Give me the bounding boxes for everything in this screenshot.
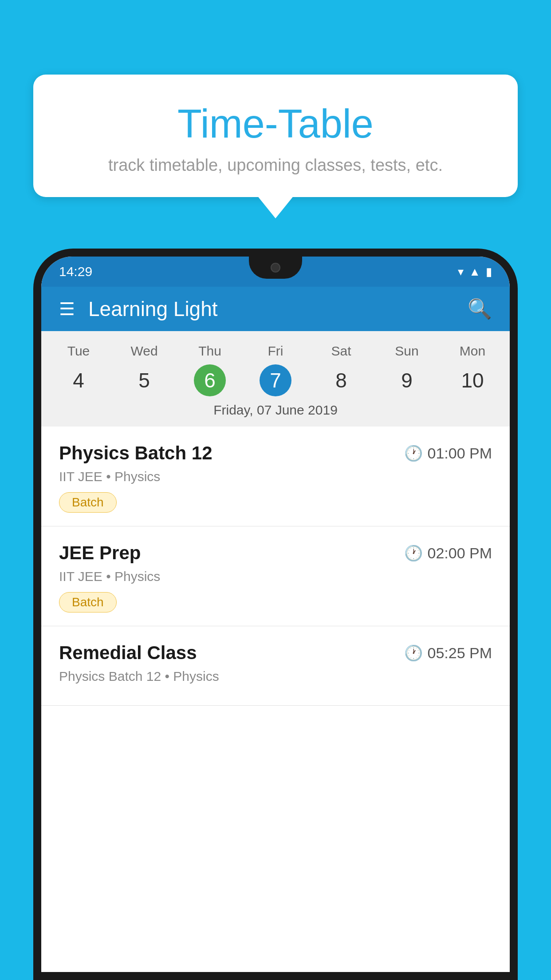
schedule-item-1[interactable]: Physics Batch 12 🕐 01:00 PM IIT JEE • Ph… (41, 427, 510, 526)
hamburger-icon[interactable]: ☰ (59, 299, 75, 319)
schedule-time-3: 🕐 05:25 PM (404, 644, 492, 662)
phone-inner: 14:29 ▾ ▲ ▮ ☰ Learning Light 🔍 Tue (41, 257, 510, 972)
schedule-item-2[interactable]: JEE Prep 🕐 02:00 PM IIT JEE • Physics Ba… (41, 526, 510, 626)
schedule-time-2: 🕐 02:00 PM (404, 544, 492, 562)
phone-outer: 14:29 ▾ ▲ ▮ ☰ Learning Light 🔍 Tue (33, 249, 518, 980)
time-value-2: 02:00 PM (427, 545, 492, 562)
schedule-item-3-header: Remedial Class 🕐 05:25 PM (59, 642, 492, 664)
signal-icon: ▲ (469, 265, 480, 279)
notch (249, 257, 302, 279)
schedule-item-1-header: Physics Batch 12 🕐 01:00 PM (59, 443, 492, 464)
date-9[interactable]: 9 (374, 364, 440, 396)
schedule-item-2-header: JEE Prep 🕐 02:00 PM (59, 542, 492, 564)
date-8[interactable]: 8 (308, 364, 374, 396)
app-bar: ☰ Learning Light 🔍 (41, 287, 510, 331)
schedule-meta-2: IIT JEE • Physics (59, 569, 492, 584)
day-header-thu: Thu (177, 340, 243, 362)
speech-bubble: Time-Table track timetable, upcoming cla… (33, 75, 518, 197)
bubble-title: Time-Table (55, 101, 496, 147)
time-value-1: 01:00 PM (427, 445, 492, 462)
battery-icon: ▮ (486, 265, 492, 279)
schedule-title-2: JEE Prep (59, 542, 141, 564)
date-6-today[interactable]: 6 (194, 364, 226, 396)
date-7-selected[interactable]: 7 (260, 364, 291, 396)
day-header-sun: Sun (374, 340, 440, 362)
selected-date-label: Friday, 07 June 2019 (41, 396, 510, 422)
schedule-meta-3: Physics Batch 12 • Physics (59, 669, 492, 684)
batch-badge-1: Batch (59, 492, 117, 513)
clock-icon-1: 🕐 (404, 444, 423, 462)
schedule-title-3: Remedial Class (59, 642, 197, 664)
day-header-sat: Sat (308, 340, 374, 362)
search-icon[interactable]: 🔍 (468, 297, 492, 320)
day-header-wed: Wed (111, 340, 177, 362)
date-4[interactable]: 4 (46, 364, 111, 396)
date-10[interactable]: 10 (440, 364, 505, 396)
day-headers: Tue Wed Thu Fri Sat Sun Mon (41, 340, 510, 362)
batch-badge-2: Batch (59, 592, 117, 612)
schedule-item-3[interactable]: Remedial Class 🕐 05:25 PM Physics Batch … (41, 626, 510, 706)
day-numbers: 4 5 6 7 8 9 10 (41, 364, 510, 396)
status-time: 14:29 (59, 264, 92, 279)
schedule-title-1: Physics Batch 12 (59, 443, 213, 464)
app-bar-title: Learning Light (88, 297, 468, 321)
clock-icon-3: 🕐 (404, 644, 423, 662)
wifi-icon: ▾ (458, 265, 464, 279)
bubble-subtitle: track timetable, upcoming classes, tests… (55, 156, 496, 175)
day-header-tue: Tue (46, 340, 111, 362)
time-value-3: 05:25 PM (427, 644, 492, 662)
day-header-mon: Mon (440, 340, 505, 362)
camera-dot (271, 263, 280, 273)
day-header-fri: Fri (243, 340, 308, 362)
schedule-time-1: 🕐 01:00 PM (404, 444, 492, 462)
schedule-meta-1: IIT JEE • Physics (59, 469, 492, 484)
phone-mockup: 14:29 ▾ ▲ ▮ ☰ Learning Light 🔍 Tue (33, 249, 518, 980)
status-icons: ▾ ▲ ▮ (458, 265, 492, 279)
date-5[interactable]: 5 (111, 364, 177, 396)
calendar-strip: Tue Wed Thu Fri Sat Sun Mon 4 5 6 7 8 9 … (41, 331, 510, 427)
clock-icon-2: 🕐 (404, 544, 423, 562)
status-bar: 14:29 ▾ ▲ ▮ (41, 257, 510, 287)
schedule-list: Physics Batch 12 🕐 01:00 PM IIT JEE • Ph… (41, 427, 510, 706)
